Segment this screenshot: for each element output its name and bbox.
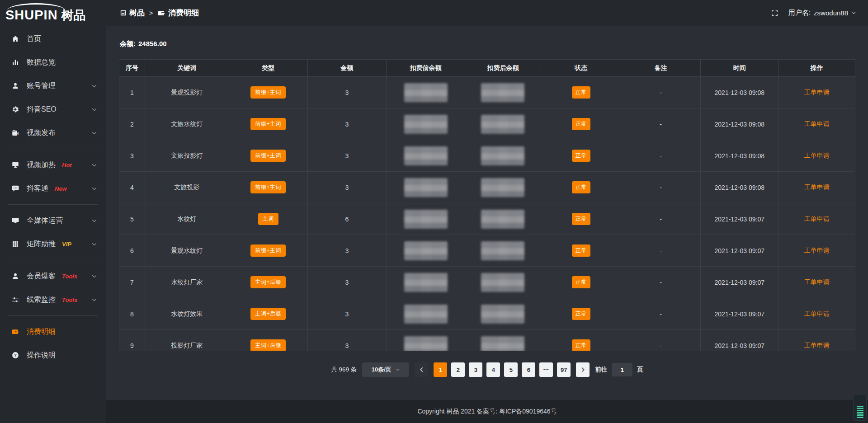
cell-keyword: 景观水纹灯: [145, 235, 229, 267]
cell-index: 9: [119, 330, 145, 351]
sliders-icon: [11, 295, 20, 304]
crumb-consumption-detail[interactable]: 消费明细: [157, 8, 199, 18]
page-button-1[interactable]: 1: [434, 362, 447, 377]
floating-corner-widget[interactable]: [853, 395, 867, 421]
sidebar-item-consumption-detail[interactable]: 消费明细: [0, 320, 106, 343]
cell-pre-balance: [386, 298, 465, 330]
cell-action: 工单申请: [778, 108, 855, 140]
topbar: 树品>消费明细 用户名: zswodun88: [106, 0, 868, 26]
work-order-link[interactable]: 工单申请: [804, 89, 830, 96]
sidebar-item-matrix-boost[interactable]: 矩阵助推VIP: [0, 232, 106, 256]
work-order-link[interactable]: 工单申请: [804, 152, 830, 159]
logo-text-cn: 树品: [61, 9, 86, 22]
video-icon: [11, 128, 20, 137]
work-order-link[interactable]: 工单申请: [804, 278, 830, 286]
prev-page-button[interactable]: [415, 362, 428, 377]
cell-status: 正常: [541, 298, 621, 330]
status-badge: 正常: [572, 86, 590, 99]
page-button-97[interactable]: 97: [557, 362, 571, 377]
censored-value: [404, 146, 448, 165]
sidebar-item-data-overview[interactable]: 数据总览: [0, 51, 106, 74]
type-badge: 主词+后缀: [250, 339, 286, 351]
work-order-link[interactable]: 工单申请: [804, 310, 830, 317]
page-button-2[interactable]: 2: [451, 362, 465, 377]
breadcrumb-separator: >: [149, 9, 153, 17]
page-button-4[interactable]: 4: [486, 362, 500, 377]
sidebar-item-video-heat[interactable]: 视频加热Hot: [0, 153, 106, 177]
column-header: 类型: [229, 60, 307, 77]
column-header: 状态: [541, 60, 621, 77]
footer: Copyright 树品 2021 备案号: 粤ICP备09019646号: [106, 400, 868, 423]
sidebar-divider: [8, 204, 98, 205]
sidebar-item-operation-guide[interactable]: ?操作说明: [0, 343, 106, 367]
cell-index: 1: [119, 77, 145, 108]
next-page-button[interactable]: [576, 362, 590, 377]
copyright-text: Copyright 树品 2021 备案号: 粤ICP备09019646号: [417, 408, 557, 415]
page-size-select[interactable]: 10条/页: [362, 362, 409, 377]
cell-pre-balance: [386, 235, 465, 267]
censored-value: [481, 146, 524, 165]
cell-pre-balance: [386, 330, 465, 351]
cell-keyword: 投影灯厂家: [145, 330, 229, 351]
sidebar-item-clue-monitor[interactable]: 线索监控Tools: [0, 288, 106, 311]
page-button-6[interactable]: 6: [522, 362, 535, 377]
cell-amount: 3: [307, 77, 386, 108]
cell-time: 2021-12-03 09:08: [701, 172, 779, 203]
cell-time: 2021-12-03 09:07: [701, 203, 779, 235]
cell-status: 正常: [541, 203, 621, 235]
member-icon: [11, 272, 20, 281]
cell-post-balance: [465, 77, 541, 108]
goto-suffix: 页: [637, 366, 643, 374]
user-dropdown[interactable]: 用户名: zswodun88: [788, 9, 856, 17]
censored-value: [404, 210, 448, 229]
cell-time: 2021-12-03 09:07: [701, 267, 779, 298]
work-order-link[interactable]: 工单申请: [804, 183, 830, 191]
sidebar-item-tag: VIP: [62, 241, 71, 248]
work-order-link[interactable]: 工单申请: [804, 120, 830, 127]
cell-amount: 6: [307, 203, 386, 235]
censored-value: [404, 178, 448, 197]
sidebar-item-douyin-seo[interactable]: 抖音SEO: [0, 98, 106, 121]
column-header: 扣费前余额: [386, 60, 465, 77]
chevron-down-icon: [91, 130, 97, 136]
column-header: 时间: [701, 60, 779, 77]
cell-amount: 3: [307, 330, 386, 351]
more-pages-button[interactable]: •••: [539, 362, 553, 377]
cell-type: 前缀+主词: [229, 172, 307, 203]
pagination: 共 969 条 10条/页 123456•••97 前往 页: [119, 362, 855, 377]
goto-page: 前往 页: [595, 363, 643, 376]
cell-keyword: 水纹灯厂家: [145, 267, 229, 298]
cell-pre-balance: [386, 267, 465, 298]
chevron-down-icon: [91, 297, 97, 303]
sidebar-item-tag: Tools: [62, 296, 77, 303]
page-button-3[interactable]: 3: [469, 362, 482, 377]
sidebar-item-home[interactable]: 首页: [0, 27, 106, 51]
sidebar-item-account-management[interactable]: 账号管理: [0, 74, 106, 98]
chevron-down-icon: [91, 273, 97, 279]
sidebar-item-label: 抖客通: [27, 184, 48, 193]
work-order-link[interactable]: 工单申请: [804, 215, 830, 222]
sidebar-item-member-booster[interactable]: 会员爆客Tools: [0, 264, 106, 288]
cell-type: 主词+后缀: [229, 330, 307, 351]
work-order-link[interactable]: 工单申请: [804, 342, 830, 349]
cell-remark: -: [621, 77, 701, 108]
work-order-link[interactable]: 工单申请: [804, 247, 830, 254]
cell-post-balance: [465, 203, 541, 235]
chevron-down-icon: [851, 10, 856, 15]
goto-page-input[interactable]: [612, 363, 632, 376]
cell-amount: 3: [307, 235, 386, 267]
cell-time: 2021-12-03 09:08: [701, 140, 779, 172]
sidebar-item-media-operation[interactable]: 全媒体运营: [0, 209, 106, 232]
fullscreen-icon[interactable]: [771, 9, 778, 17]
sidebar-item-doukertong[interactable]: 抖客通New: [0, 177, 106, 200]
crumb-shupin[interactable]: 树品: [120, 8, 145, 18]
chevron-down-icon: [91, 241, 97, 247]
cell-action: 工单申请: [778, 172, 855, 203]
consumption-table-wrap: 序号关键词类型金额扣费前余额扣费后余额状态备注时间操作 1景观投影灯前缀+主词3…: [119, 59, 855, 351]
column-header: 操作: [778, 60, 855, 77]
sidebar-item-video-publish[interactable]: 视频发布: [0, 121, 106, 145]
page-button-5[interactable]: 5: [504, 362, 518, 377]
cell-action: 工单申请: [778, 298, 855, 330]
screen-icon: [11, 160, 20, 169]
cell-pre-balance: [386, 108, 465, 140]
